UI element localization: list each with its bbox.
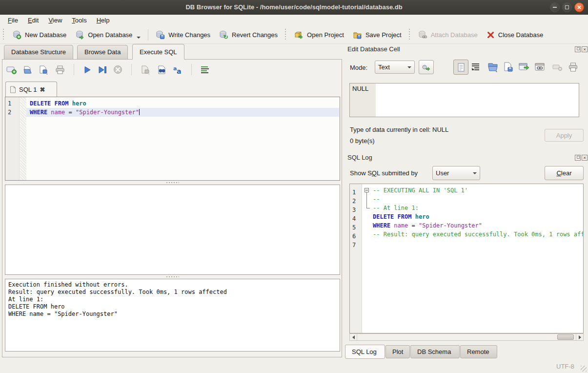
message-line: DELETE FROM hero [8,303,337,311]
export-cell-icon[interactable] [519,63,530,72]
log-line-7 [371,239,583,248]
write-changes-button[interactable]: Write Changes [151,28,215,42]
toolbar-handle[interactable] [284,29,286,41]
scrollbar-thumb[interactable] [557,334,574,340]
cell-dock-title: Edit Database Cell [347,45,400,53]
open-project-icon [294,30,304,40]
log-dock-float-button[interactable] [575,155,581,161]
menu-help[interactable]: Help [92,15,115,25]
new-tab-icon[interactable] [6,65,17,75]
tab-browse-data[interactable]: Browse Data [77,45,128,60]
tab-plot[interactable]: Plot [385,345,410,358]
toolbar-handle[interactable] [2,29,4,41]
print-cell-icon[interactable] [568,62,578,72]
resize-grip[interactable] [581,366,587,372]
editor-line-numbers: 1 2 [5,97,20,180]
execute-all-icon[interactable] [83,65,92,74]
execution-messages[interactable]: Execution finished without errors. Resul… [5,279,340,352]
attach-database-icon [418,30,427,40]
scroll-left-icon[interactable] [350,334,357,340]
save-project-button[interactable]: Save Project [348,28,406,42]
log-line-5: WHERE name = "Spider-Youngster" [371,221,583,230]
menu-tools[interactable]: Tools [67,15,91,25]
app-window: DB Browser for SQLite - /home/user/code/… [0,0,588,373]
minimize-button[interactable] [550,2,560,12]
close-button[interactable]: ✕ [574,2,584,12]
execute-sql-panel: a a SQL 1 ✖ 1 2 [2,59,342,357]
link-cell-icon[interactable] [535,63,547,72]
maximize-button[interactable] [562,2,572,12]
apply-mode-button[interactable]: ⚙ [419,60,434,74]
float-icon [577,156,580,159]
tab-sql-log[interactable]: SQL Log [345,345,385,359]
save-sql-file-icon[interactable] [39,65,49,75]
minimize-icon [553,7,557,8]
dock-close-icon: ✕ [583,156,587,160]
log-dock-close-button[interactable]: ✕ [582,155,588,161]
results-grid[interactable] [5,185,340,275]
cell-editor[interactable]: NULL [349,83,579,117]
log-filter-label: Show SQL submitted by [350,169,418,177]
sql-document-tab[interactable]: SQL 1 ✖ [5,82,57,97]
menu-view[interactable]: View [43,15,67,25]
mode-select[interactable]: Text [375,61,415,74]
log-fold-margin [363,184,371,333]
mode-label: Mode: [350,64,367,71]
log-code: -- EXECUTING ALL IN 'SQL 1' -- -- At lin… [371,186,583,248]
editor-code[interactable]: DELETE FROM hero WHERE name = "Spider-Yo… [26,99,339,117]
close-database-button[interactable]: Close Database [482,28,548,41]
find-icon[interactable] [157,65,167,75]
window-title: DB Browser for SQLite - /home/user/code/… [185,3,402,11]
open-sql-file-icon[interactable] [23,65,33,75]
cell-value: NULL [352,85,368,92]
chevron-down-icon [473,172,477,174]
scroll-right-icon[interactable] [576,334,583,340]
sql-toolbar-separator [131,64,132,75]
tab-database-structure[interactable]: Database Structure [4,45,73,60]
format-icon[interactable]: a a [173,65,182,75]
wrap-lines-icon[interactable] [471,63,480,71]
open-database-dropdown-icon[interactable] [137,37,141,39]
results-messages-splitter[interactable] [5,275,340,279]
cell-size-info: 0 byte(s) [350,137,375,145]
close-tab-icon[interactable]: ✖ [40,86,45,93]
toolbar-handle[interactable] [408,29,410,41]
execute-line-icon[interactable] [98,65,107,74]
text-caret [139,109,140,115]
fold-collapse-icon[interactable] [365,188,369,192]
menu-edit[interactable]: Edit [23,15,43,25]
import-cell-icon[interactable] [487,62,499,73]
log-horizontal-scrollbar[interactable] [349,333,584,341]
menu-file[interactable]: File [3,15,23,25]
log-line-numbers: 1 2 3 4 5 6 7 [350,184,362,333]
cell-dock-close-button[interactable]: ✕ [582,46,588,52]
new-database-button[interactable]: New Database [8,28,71,42]
clear-log-button[interactable]: Clear [545,166,584,180]
close-database-icon [487,31,495,39]
message-line: Execution finished without errors. [8,281,337,289]
cell-dock-float-button[interactable] [575,46,581,52]
new-database-icon [12,30,21,40]
revert-changes-button[interactable]: ↻ Revert Changes [215,28,282,42]
tab-execute-sql[interactable]: Execute SQL [132,44,184,60]
open-database-button[interactable]: Open Database [71,28,145,42]
word-wrap-icon[interactable] [201,66,209,74]
open-project-button[interactable]: Open Project [290,28,348,42]
text-mode-toggle[interactable] [453,60,468,75]
tab-db-schema[interactable]: DB Schema [410,345,460,358]
sql-log-view[interactable]: 1 2 3 4 5 6 7 -- EXECUTING ALL IN 'SQL 1… [349,184,584,333]
gear-apply-icon: ⚙ [422,62,431,72]
tab-remote[interactable]: Remote [460,345,497,358]
open-database-icon [75,30,84,40]
editor-line-1: DELETE FROM hero [26,99,339,108]
save-cell-icon[interactable] [503,62,514,73]
window-controls: ✕ [550,2,584,12]
log-line-4: DELETE FROM hero [371,212,583,221]
log-line-2: -- [371,195,583,204]
print-icon[interactable] [55,65,65,75]
sql-editor[interactable]: 1 2 DELETE FROM hero WHERE name = "Spide… [5,97,340,181]
dock-close-icon: ✕ [583,47,587,52]
editor-results-splitter[interactable] [5,181,340,185]
log-filter-select[interactable]: User [432,166,480,180]
sql-toolbar: a a [6,64,209,75]
